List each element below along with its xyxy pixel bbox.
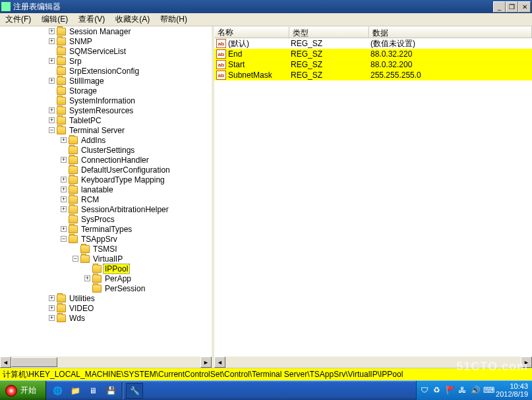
tree-label[interactable]: lanatable [80, 185, 115, 194]
tree-node[interactable]: PerSession [1, 283, 212, 293]
menu-file[interactable]: 文件(F) [2, 13, 34, 26]
expand-icon[interactable]: + [61, 226, 67, 232]
tray-clock[interactable]: 10:43 2012/8/19 [496, 383, 528, 398]
tray-recycle-icon[interactable]: ♻ [433, 386, 443, 395]
tree-label[interactable]: ConnectionHandler [80, 156, 150, 165]
tree-node[interactable]: +ConnectionHandler [1, 155, 212, 165]
expand-icon[interactable]: + [49, 78, 55, 84]
tree-label[interactable]: SystemInformation [68, 96, 136, 105]
tree-label[interactable]: DefaultUserConfiguration [80, 165, 171, 175]
task-regedit-icon[interactable]: 🔧 [126, 383, 143, 399]
expand-icon[interactable]: + [49, 58, 55, 64]
tree-scroll[interactable]: +Session Manager+SNMPSQMServiceList+SrpS… [0, 26, 212, 357]
tree-label[interactable]: Session Manager [68, 27, 132, 36]
scroll-left-button[interactable]: ◄ [0, 357, 11, 368]
expand-icon[interactable]: + [49, 305, 55, 311]
expand-icon[interactable]: + [61, 196, 67, 202]
tree-label[interactable]: StillImage [68, 76, 105, 86]
tree-label[interactable]: Terminal Server [68, 126, 126, 135]
tree-label[interactable]: SysProcs [80, 215, 116, 224]
collapse-icon[interactable]: − [61, 236, 67, 242]
list-row[interactable]: abSubnetMaskREG_SZ255.255.255.0 [214, 70, 532, 80]
tray-shield-icon[interactable]: 🛡 [421, 386, 430, 395]
tree-label[interactable]: SNMP [68, 37, 94, 46]
menu-help[interactable]: 帮助(H) [157, 13, 191, 26]
expand-icon[interactable]: + [61, 177, 67, 183]
tree-node[interactable]: +SNMP [1, 36, 212, 46]
tree-label[interactable]: Srp [68, 57, 83, 66]
ql-desktop-icon[interactable]: 🖥 [84, 383, 102, 399]
tree-label[interactable]: PerApp [103, 274, 133, 283]
tree-label[interactable]: SQMServiceList [68, 47, 127, 56]
tree-label[interactable]: TSMSI [92, 244, 119, 254]
menu-edit[interactable]: 编辑(E) [38, 13, 71, 26]
ql-ie-icon[interactable]: 🌐 [49, 383, 66, 399]
tree-node[interactable]: +VIDEO [1, 303, 212, 313]
tree-node[interactable]: +Session Manager [1, 26, 212, 36]
tree-label[interactable]: KeyboardType Mapping [80, 175, 166, 185]
maximize-button[interactable]: ❐ [506, 1, 518, 13]
tree-node[interactable]: SystemInformation [1, 96, 212, 105]
tree-label[interactable]: SrpExtensionConfig [68, 67, 140, 76]
scroll-right-button[interactable]: ► [200, 357, 212, 368]
tree-node[interactable]: +AddIns [1, 135, 212, 145]
expand-icon[interactable]: + [61, 206, 67, 212]
tree-label[interactable]: IPPool [103, 264, 129, 273]
tree-label[interactable]: RCM [80, 195, 100, 204]
tree-node[interactable]: +PerApp [1, 273, 212, 283]
tree-node[interactable]: −Terminal Server [1, 125, 212, 135]
expand-icon[interactable]: + [49, 107, 55, 113]
minimize-button[interactable]: _ [493, 1, 506, 13]
tree-hscrollbar[interactable]: ◄ ► [0, 357, 212, 368]
tree-label[interactable]: TabletPC [68, 116, 103, 125]
close-button[interactable]: ✕ [518, 1, 531, 13]
expand-icon[interactable]: + [49, 38, 55, 44]
tree-node[interactable]: TSMSI [1, 244, 212, 254]
scroll-thumb[interactable] [11, 357, 57, 367]
expand-icon[interactable]: + [49, 295, 55, 301]
expand-icon[interactable]: + [61, 186, 67, 192]
tree-node[interactable]: +Wds [1, 313, 212, 323]
collapse-icon[interactable]: − [73, 256, 78, 262]
tray-ime-icon[interactable]: ⌨ [483, 386, 493, 395]
expand-icon[interactable]: + [49, 117, 55, 123]
tree-node[interactable]: SQMServiceList [1, 46, 212, 56]
menu-view[interactable]: 查看(V) [75, 13, 108, 26]
tree-node[interactable]: SysProcs [1, 214, 212, 224]
tree-node[interactable]: DefaultUserConfiguration [1, 165, 212, 175]
collapse-icon[interactable]: − [49, 127, 55, 133]
list-row[interactable]: ab(默认)REG_SZ(数值未设置) [214, 38, 532, 49]
expand-icon[interactable]: + [61, 137, 67, 143]
tree-node[interactable]: ClusterSettings [1, 145, 212, 155]
tree-node[interactable]: +SystemResources [1, 105, 212, 115]
tree-node[interactable]: +StillImage [1, 76, 212, 86]
tree-node[interactable]: Storage [1, 86, 212, 96]
tree-node[interactable]: +Srp [1, 56, 212, 66]
scroll-left-button[interactable]: ◄ [214, 357, 225, 368]
ql-server-icon[interactable]: 💾 [102, 383, 119, 399]
list-row[interactable]: abEndREG_SZ88.0.32.220 [214, 49, 532, 59]
tree-label[interactable]: AddIns [80, 136, 107, 145]
tray-flag-icon[interactable]: 🚩 [446, 386, 456, 395]
tree-label[interactable]: Wds [68, 314, 86, 323]
tree-node[interactable]: +Utilities [1, 293, 212, 303]
expand-icon[interactable]: + [49, 28, 55, 34]
expand-icon[interactable]: + [61, 157, 67, 163]
tree-node[interactable]: +TabletPC [1, 115, 212, 125]
tree-node[interactable]: IPPool [1, 264, 212, 273]
tree-node[interactable]: +SessionArbitrationHelper [1, 204, 212, 214]
tree-label[interactable]: Utilities [68, 294, 96, 303]
ql-explorer-icon[interactable]: 📁 [67, 383, 84, 399]
tree-label[interactable]: SystemResources [68, 106, 134, 115]
col-type[interactable]: 类型 [289, 26, 369, 38]
tree-node[interactable]: +TerminalTypes [1, 224, 212, 234]
tree-node[interactable]: +RCM [1, 194, 212, 204]
tree-node[interactable]: SrpExtensionConfig [1, 66, 212, 76]
tree-label[interactable]: TSAppSrv [80, 235, 119, 244]
expand-icon[interactable]: + [84, 275, 90, 281]
tree-label[interactable]: Storage [68, 86, 98, 96]
scroll-right-button[interactable]: ► [521, 357, 532, 368]
tray-sound-icon[interactable]: 🔊 [471, 386, 481, 395]
tree-node[interactable]: −TSAppSrv [1, 234, 212, 244]
tree-label[interactable]: TerminalTypes [80, 225, 133, 234]
